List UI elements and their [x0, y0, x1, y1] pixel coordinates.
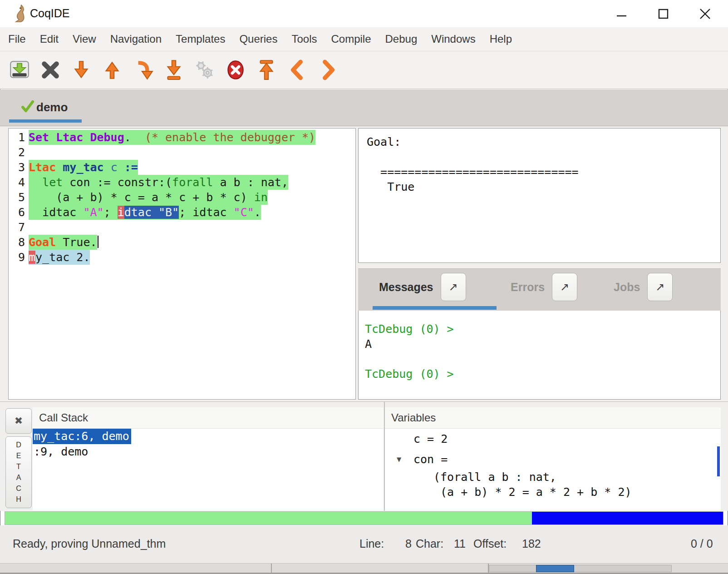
horizontal-scrollbar-thumb[interactable]	[536, 565, 574, 572]
expander-triangle-icon[interactable]: ▼	[397, 449, 401, 470]
code-segment-string: "C"	[234, 206, 254, 219]
menu-file[interactable]: File	[8, 33, 26, 45]
menu-windows[interactable]: Windows	[431, 33, 475, 45]
make-button[interactable]	[193, 59, 216, 81]
detach-letter: T	[16, 461, 21, 472]
maximize-button[interactable]	[655, 6, 671, 22]
char-value: 11	[454, 537, 466, 550]
step-backward-icon	[101, 59, 123, 81]
detach-jobs-button[interactable]: ↗	[647, 273, 673, 301]
close-doc-button[interactable]	[39, 59, 62, 81]
variable-row[interactable]: (a + b) * 2 = a * 2 + b * 2)	[385, 485, 721, 500]
callstack-row[interactable]: my_tac:6, demo	[33, 429, 384, 444]
menu-view[interactable]: View	[73, 33, 96, 45]
horizontal-scrollbar-track[interactable]	[489, 565, 672, 572]
checkmark-icon	[21, 99, 34, 115]
close-button[interactable]	[697, 6, 713, 22]
line-number: 5	[9, 190, 29, 205]
variable-row[interactable]: ▼con =	[385, 449, 721, 470]
bottom-strip	[0, 563, 728, 574]
minimize-button[interactable]	[614, 6, 629, 22]
window-title: CoqIDE	[30, 7, 70, 20]
line-number: 9	[9, 250, 29, 265]
step-backward-button[interactable]	[101, 59, 123, 81]
code-segment-defname: :=	[124, 161, 138, 174]
menu-edit[interactable]: Edit	[40, 33, 59, 45]
close-callstack-button[interactable]: ✖	[5, 408, 32, 434]
tab-messages[interactable]: Messages↗	[379, 272, 466, 302]
toolbar	[0, 51, 728, 89]
code-area: Set Ltac Debug. (* enable the debugger *…	[29, 129, 355, 399]
goto-cursor-button[interactable]	[132, 59, 154, 81]
detach-letter: A	[16, 472, 21, 483]
close-icon	[697, 6, 713, 22]
messages-panel: TcDebug (0) >ATcDebug (0) >	[358, 311, 721, 400]
code-line-3: Ltac my_tac c :=	[29, 160, 355, 175]
line-number: 4	[9, 175, 29, 190]
message-line	[365, 351, 720, 366]
restart-button[interactable]	[255, 59, 278, 81]
code-line-4: let con := constr:(forall a b : nat,	[29, 175, 355, 190]
run-to-end-button[interactable]	[162, 59, 185, 81]
detach-callstack-button[interactable]: DETACH	[5, 436, 32, 508]
previous-occurrence-icon	[286, 59, 309, 81]
code-segment-debug: dtac "B"	[124, 206, 179, 219]
code-segment-plain	[56, 161, 63, 174]
variables-panel: Variables c = 2▼con =(forall a b : nat, …	[385, 407, 721, 510]
offset-label: Offset:	[473, 537, 507, 550]
save-button[interactable]	[8, 59, 31, 81]
messages-tabbar: Messages↗Errors↗Jobs↗	[358, 268, 721, 311]
variables-scrollbar-thumb[interactable]	[717, 446, 720, 476]
code-segment-comment: (* enable the debugger *)	[145, 131, 315, 144]
variable-row[interactable]: c = 2	[385, 429, 721, 449]
menu-tools[interactable]: Tools	[291, 33, 317, 45]
tab-messages-label: Messages	[379, 281, 433, 294]
code-segment-plain	[29, 176, 42, 189]
script-editor[interactable]: 123456789 Set Ltac Debug. (* enable the …	[8, 128, 356, 400]
callstack-rows: my_tac:6, demo:9, demo	[33, 429, 384, 460]
line-number: 6	[9, 205, 29, 220]
code-segment-bp: m	[29, 251, 35, 264]
tab-errors-label: Errors	[511, 281, 545, 294]
detach-icon: ↗	[560, 281, 569, 293]
code-segment-plain: y_tac 2.	[35, 251, 90, 264]
menu-templates[interactable]: Templates	[176, 33, 225, 45]
coq-logo-icon	[12, 5, 27, 23]
active-tab-indicator	[9, 119, 82, 123]
next-occurrence-button[interactable]	[317, 59, 339, 81]
line-number: 8	[9, 235, 29, 250]
next-occurrence-icon	[317, 59, 339, 81]
variable-text: con =	[413, 453, 448, 466]
make-icon	[193, 59, 216, 81]
menu-navigation[interactable]: Navigation	[110, 33, 162, 45]
close-doc-icon	[39, 59, 62, 81]
callstack-row[interactable]: :9, demo	[33, 444, 384, 460]
processed-highlight: Ltac my_tac c :=	[29, 160, 138, 175]
variable-text: (forall a b : nat,	[433, 470, 556, 484]
variables-rows: c = 2▼con =(forall a b : nat, (a + b) * …	[385, 429, 721, 500]
line-number: 2	[9, 145, 29, 160]
tab-errors[interactable]: Errors↗	[511, 272, 577, 302]
detach-messages-button[interactable]: ↗	[441, 273, 466, 301]
detach-errors-button[interactable]: ↗	[552, 273, 577, 301]
menu-compile[interactable]: Compile	[331, 33, 371, 45]
variables-header: Variables	[385, 407, 721, 429]
code-segment-var: c	[111, 161, 118, 174]
variable-row[interactable]: (forall a b : nat,	[385, 470, 721, 485]
interrupt-button[interactable]	[224, 59, 247, 81]
menu-queries[interactable]: Queries	[239, 33, 277, 45]
run-to-end-icon	[162, 59, 185, 81]
previous-occurrence-button[interactable]	[286, 59, 309, 81]
variable-text: (a + b) * 2 = a * 2 + b * 2)	[433, 485, 632, 499]
text-cursor	[98, 236, 98, 248]
menu-debug[interactable]: Debug	[385, 33, 418, 45]
restart-icon	[255, 59, 278, 81]
step-forward-button[interactable]	[70, 59, 93, 81]
progress-remaining-segment	[532, 512, 723, 525]
menu-help[interactable]: Help	[490, 33, 512, 45]
document-tabbar: demo	[0, 89, 728, 126]
tab-jobs[interactable]: Jobs↗	[614, 272, 673, 302]
code-segment-plain: .	[124, 131, 145, 144]
menu-bar: FileEditViewNavigationTemplatesQueriesTo…	[0, 27, 728, 51]
processing-highlight: my_tac 2.	[29, 250, 90, 265]
